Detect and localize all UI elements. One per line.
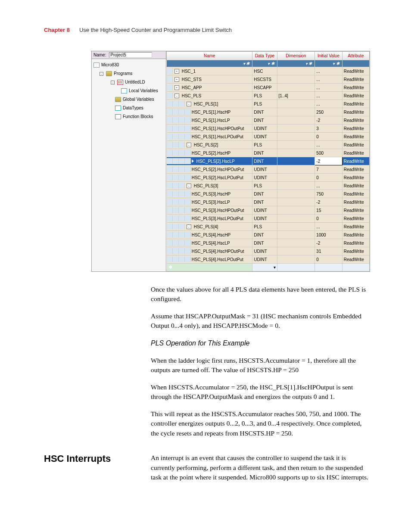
cell-dt[interactable]: UDINT [252, 165, 277, 174]
expand-icon[interactable]: + [174, 69, 179, 74]
tree-fblocks[interactable]: Function Blocks [123, 112, 153, 121]
cell-attr[interactable]: ReadWrite [342, 255, 369, 264]
cell-iv[interactable]: 500 [315, 149, 342, 157]
table-row[interactable]: HSC_PLS[2].HscLPOutPutUDINT0ReadWrite [167, 174, 370, 182]
cell-dt[interactable]: DINT [252, 198, 277, 206]
cell-iv[interactable]: 0 [315, 255, 342, 264]
cell-dim[interactable] [277, 108, 315, 116]
cell-attr[interactable]: ReadWrite [342, 157, 369, 165]
expand-icon[interactable]: - [187, 102, 191, 106]
cell-dim[interactable] [277, 255, 315, 264]
cell-dt[interactable]: PLS [252, 141, 277, 149]
filter-name[interactable]: ▾ ✱ [167, 60, 252, 67]
cell-dim[interactable] [277, 174, 315, 182]
table-row[interactable]: HSC_PLS[4].HscLPOutPutUDINT0ReadWrite [167, 255, 370, 264]
tree-globalvars[interactable]: Global Variables [123, 95, 154, 104]
name-input[interactable]: Project5 [109, 52, 152, 58]
table-row[interactable]: HSC_PLS[3].HscHPOutPutUDINT15ReadWrite [167, 206, 370, 215]
table-row[interactable]: -HSC_PLS[4]PLS...ReadWrite [167, 223, 370, 231]
cell-iv[interactable]: 15 [315, 206, 342, 215]
cell-iv[interactable]: ... [315, 100, 342, 108]
cell-iv[interactable]: -2 [315, 198, 342, 206]
table-row[interactable]: HSC_PLS[1].HscHPDINT250ReadWrite [167, 108, 370, 116]
cell-iv[interactable]: ... [315, 92, 342, 100]
tree-localvars[interactable]: Local Variables [129, 87, 158, 95]
cell-dim[interactable] [277, 182, 315, 190]
cell-attr[interactable]: ReadWrite [342, 75, 369, 84]
cell-attr[interactable]: ReadWrite [342, 124, 369, 133]
cell-iv[interactable]: -2 [315, 116, 342, 124]
table-row[interactable]: HSC_PLS[3].HscLPOutPutUDINT0ReadWrite [167, 215, 370, 223]
cell-iv[interactable]: ... [315, 141, 342, 149]
cell-attr[interactable]: ReadWrite [342, 182, 369, 190]
cell-iv[interactable]: -2 [315, 157, 342, 165]
cell-dt[interactable]: DINT [252, 149, 277, 157]
cell-iv[interactable]: ... [315, 75, 342, 84]
cell-dim[interactable] [277, 198, 315, 206]
cell-iv[interactable]: 1000 [315, 231, 342, 239]
cell-dt[interactable]: DINT [252, 108, 277, 116]
cell-dt[interactable]: UDINT [252, 215, 277, 223]
grid-new-row[interactable]: ✱ ▾ [167, 264, 370, 271]
cell-iv[interactable]: ... [315, 84, 342, 92]
cell-dt[interactable]: UDINT [252, 133, 277, 141]
cell-attr[interactable]: ReadWrite [342, 92, 369, 100]
cell-iv[interactable]: ... [315, 223, 342, 231]
cell-dim[interactable] [277, 223, 315, 231]
table-row[interactable]: HSC_PLS[2].HscHPOutPutUDINT7ReadWrite [167, 165, 370, 174]
cell-attr[interactable]: ReadWrite [342, 149, 369, 157]
filter-iv[interactable]: ▾ ✱ [315, 60, 342, 67]
cell-dim[interactable] [277, 157, 315, 165]
cell-dim[interactable] [277, 165, 315, 174]
cell-attr[interactable]: ReadWrite [342, 239, 369, 247]
table-row[interactable]: HSC_PLS[4].HscHPOutPutUDINT31ReadWrite [167, 247, 370, 255]
table-row[interactable]: -HSC_PLS[3]PLS...ReadWrite [167, 182, 370, 190]
filter-attr[interactable] [342, 60, 369, 67]
cell-dim[interactable] [277, 84, 315, 92]
table-row[interactable]: HSC_PLS[2].HscHPDINT500ReadWrite [167, 149, 370, 157]
cell-dim[interactable] [277, 67, 315, 75]
cell-dim[interactable] [277, 133, 315, 141]
tree-programs[interactable]: Programs [114, 69, 132, 78]
cell-dt[interactable]: PLS [252, 223, 277, 231]
table-row[interactable]: HSC_PLS[1].HscLPOutPutUDINT0ReadWrite [167, 133, 370, 141]
table-row[interactable]: -HSC_PLSPLS[1..4]...ReadWrite [167, 92, 370, 100]
tree-untitled[interactable]: UntitledLD [125, 78, 145, 87]
expand-icon[interactable]: - [187, 143, 191, 147]
cell-attr[interactable]: ReadWrite [342, 223, 369, 231]
table-row[interactable]: HSC_PLS[3].HscHPDINT750ReadWrite [167, 190, 370, 198]
cell-dim[interactable] [277, 141, 315, 149]
cell-iv[interactable]: ... [315, 67, 342, 75]
cell-dt[interactable]: DINT [252, 190, 277, 198]
col-dimension[interactable]: Dimension [277, 52, 315, 60]
cell-dt[interactable]: HSC [252, 67, 277, 75]
cell-attr[interactable]: ReadWrite [342, 100, 369, 108]
filter-dim[interactable]: ▾ ✱ [277, 60, 315, 67]
cell-iv[interactable]: 0 [315, 174, 342, 182]
cell-iv[interactable]: 7 [315, 165, 342, 174]
cell-dt[interactable]: UDINT [252, 247, 277, 255]
cell-dim[interactable] [277, 124, 315, 133]
cell-iv[interactable]: 750 [315, 190, 342, 198]
filter-dt[interactable]: ▾ ✱ [252, 60, 277, 67]
table-row[interactable]: -HSC_PLS[2]PLS...ReadWrite [167, 141, 370, 149]
cell-iv[interactable]: -2 [315, 239, 342, 247]
cell-attr[interactable]: ReadWrite [342, 141, 369, 149]
table-row[interactable]: +HSC_STSHSCSTS...ReadWrite [167, 75, 370, 84]
cell-attr[interactable]: ReadWrite [342, 190, 369, 198]
table-row[interactable]: HSC_PLS[2].HscLPDINT-2ReadWrite [167, 157, 370, 165]
cell-dt[interactable]: PLS [252, 100, 277, 108]
table-row[interactable]: HSC_PLS[1].HscLPDINT-2ReadWrite [167, 116, 370, 124]
cell-attr[interactable]: ReadWrite [342, 108, 369, 116]
expand-icon[interactable]: + [174, 85, 179, 90]
cell-dt[interactable]: UDINT [252, 255, 277, 264]
col-initialvalue[interactable]: Initial Value [315, 52, 342, 60]
cell-attr[interactable]: ReadWrite [342, 174, 369, 182]
cell-dt[interactable]: UDINT [252, 124, 277, 133]
cell-dim[interactable] [277, 116, 315, 124]
cell-dim[interactable] [277, 149, 315, 157]
cell-dt[interactable]: PLS [252, 92, 277, 100]
grid-filter-row[interactable]: ▾ ✱ ▾ ✱ ▾ ✱ ▾ ✱ [167, 60, 370, 67]
cell-dim[interactable]: [1..4] [277, 92, 315, 100]
cell-dt[interactable]: DINT [252, 116, 277, 124]
